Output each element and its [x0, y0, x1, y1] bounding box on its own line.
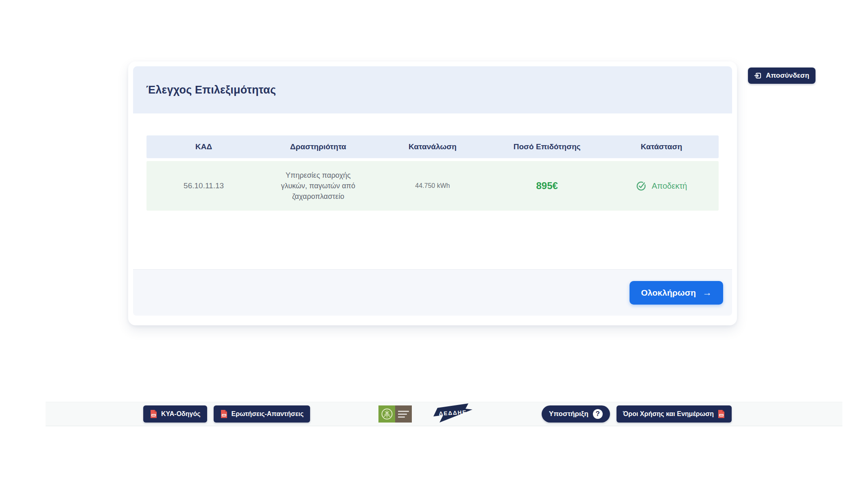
support-button[interactable]: Υποστήριξη ?: [542, 405, 610, 423]
cell-activity: Υπηρεσίες παροχής γλυκών, παγωτών από ζα…: [261, 170, 375, 202]
pdf-icon: [220, 410, 228, 418]
eligibility-card: Έλεγχος Επιλεξιμότητας ΚΑΔ Δραστηριότητα…: [128, 61, 737, 325]
ministry-logo-text: [395, 405, 412, 423]
column-header-kad: ΚΑΔ: [146, 135, 261, 158]
bottom-bar: ΚΥΑ-Οδηγός Ερωτήσεις-Απαντήσεις: [46, 402, 842, 426]
cell-status: Αποδεκτή: [604, 180, 719, 192]
arrow-right-icon: →: [702, 287, 712, 298]
faq-label: Ερωτήσεις-Απαντήσεις: [232, 410, 304, 418]
bottom-bar-right-group: Υποστήριξη ? Όροι Χρήσης και Ενημέρωση: [542, 405, 732, 423]
page-title: Έλεγχος Επιλεξιμότητας: [146, 84, 276, 96]
logout-label: Αποσύνδεση: [766, 72, 809, 80]
column-header-activity: Δραστηριότητα: [261, 135, 375, 158]
logout-icon: [754, 72, 762, 80]
cell-consumption: 44.750 kWh: [375, 182, 490, 190]
ministry-emblem-icon: [378, 405, 395, 423]
bottom-bar-logos: ΔΕΔΔΗΕ: [378, 403, 473, 425]
faq-button[interactable]: Ερωτήσεις-Απαντήσεις: [214, 405, 310, 423]
terms-label: Όροι Χρήσης και Ενημέρωση: [623, 410, 714, 418]
support-label: Υποστήριξη: [549, 410, 588, 418]
table-header-row: ΚΑΔ Δραστηριότητα Κατανάλωση Ποσό Επιδότ…: [146, 135, 719, 158]
column-header-status: Κατάσταση: [604, 135, 719, 158]
page: Αποσύνδεση Έλεγχος Επιλεξιμότητας ΚΑΔ Δρ…: [0, 0, 868, 488]
deddie-logo-text: ΔΕΔΔΗΕ: [439, 409, 468, 417]
card-header: Έλεγχος Επιλεξιμότητας: [133, 66, 732, 113]
subsidy-amount: 895€: [536, 180, 558, 192]
status-label: Αποδεκτή: [652, 181, 687, 191]
card-footer: Ολοκλήρωση →: [133, 269, 732, 316]
ministry-logo: [378, 405, 412, 423]
card-body: ΚΑΔ Δραστηριότητα Κατανάλωση Ποσό Επιδότ…: [133, 113, 732, 269]
pdf-icon: [150, 410, 157, 418]
terms-button[interactable]: Όροι Χρήσης και Ενημέρωση: [617, 405, 732, 423]
bottom-bar-left-group: ΚΥΑ-Οδηγός Ερωτήσεις-Απαντήσεις: [143, 405, 310, 423]
cell-kad: 56.10.11.13: [146, 181, 261, 190]
cell-subsidy: 895€: [490, 180, 604, 192]
activity-text: Υπηρεσίες παροχής γλυκών, παγωτών από ζα…: [274, 170, 362, 202]
complete-button-label: Ολοκλήρωση: [641, 288, 696, 298]
column-header-consumption: Κατανάλωση: [375, 135, 490, 158]
check-circle-icon: [636, 180, 647, 192]
table-row: 56.10.11.13 Υπηρεσίες παροχής γλυκών, πα…: [146, 161, 719, 211]
eligibility-table: ΚΑΔ Δραστηριότητα Κατανάλωση Ποσό Επιδότ…: [146, 135, 719, 211]
deddie-logo: ΔΕΔΔΗΕ: [432, 403, 473, 425]
question-icon: ?: [593, 409, 603, 419]
complete-button[interactable]: Ολοκλήρωση →: [630, 281, 723, 305]
column-header-subsidy: Ποσό Επιδότησης: [490, 135, 604, 158]
kya-guide-button[interactable]: ΚΥΑ-Οδηγός: [143, 405, 207, 423]
kya-guide-label: ΚΥΑ-Οδηγός: [161, 410, 201, 418]
logout-button[interactable]: Αποσύνδεση: [748, 68, 816, 84]
pdf-icon: [717, 410, 725, 418]
